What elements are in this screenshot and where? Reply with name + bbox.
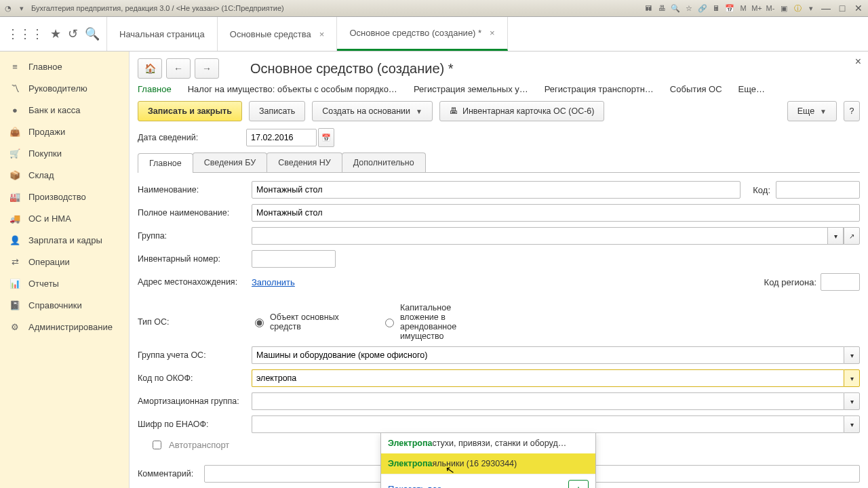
region-input[interactable]: [821, 273, 860, 291]
cart-icon: 🛒: [9, 148, 20, 159]
favorite-icon[interactable]: ★: [50, 26, 61, 41]
history-icon[interactable]: ↺: [68, 26, 78, 41]
group-input[interactable]: [252, 227, 827, 245]
calendar-icon[interactable]: 📅: [724, 3, 735, 14]
inner-tab-main[interactable]: Главное: [138, 153, 193, 173]
create-basis-button[interactable]: Создать на основании▼: [312, 101, 433, 121]
show-all-link[interactable]: Показать все: [388, 484, 441, 489]
section-tab-tax[interactable]: Налог на имущество: объекты с особым пор…: [188, 84, 397, 94]
sidebar-item-hr[interactable]: 👤Зарплата и кадры: [0, 229, 129, 251]
enaof-input[interactable]: [252, 415, 844, 433]
type-radio-object[interactable]: Объект основных средств: [252, 312, 360, 331]
apps-icon[interactable]: ⋮⋮⋮: [7, 26, 43, 41]
home-button[interactable]: 🏠: [138, 58, 162, 79]
search-icon[interactable]: 🔍: [85, 26, 100, 41]
search-icon[interactable]: 🔍: [670, 3, 681, 14]
name-input[interactable]: [252, 181, 741, 199]
sidebar-item-sales[interactable]: 👜Продажи: [0, 121, 129, 142]
sidebar-item-ops[interactable]: ⇄Операции: [0, 251, 129, 272]
section-tab-events[interactable]: События ОС: [670, 84, 722, 94]
app-icon: ◔: [3, 3, 14, 14]
sidebar-item-admin[interactable]: ⚙Администрирование: [0, 316, 129, 338]
open-icon[interactable]: ↗: [844, 227, 860, 245]
info-icon[interactable]: ⓘ: [792, 3, 803, 14]
okof-input[interactable]: [252, 369, 844, 387]
date-input[interactable]: [246, 129, 317, 146]
content: × 🏠 ← → Основное средство (создание) * Г…: [130, 52, 868, 488]
close-icon[interactable]: ×: [319, 29, 325, 39]
info-caret-icon[interactable]: ▾: [806, 3, 816, 14]
chevron-down-icon[interactable]: ▾: [844, 415, 860, 433]
forward-button[interactable]: →: [195, 58, 219, 79]
save-icon[interactable]: 🖬: [643, 3, 654, 14]
sidebar-item-manager[interactable]: 〽Руководителю: [0, 77, 129, 99]
coin-icon: ●: [9, 104, 20, 115]
okof-label: Код по ОКОФ:: [138, 373, 246, 383]
tab-asset-create[interactable]: Основное средство (создание) *×: [337, 17, 507, 51]
chevron-down-icon[interactable]: ▾: [844, 369, 860, 387]
star-icon[interactable]: ☆: [684, 3, 694, 14]
addr-label: Адрес местонахождения:: [138, 277, 246, 287]
code-label: Код:: [746, 185, 770, 195]
amort-input[interactable]: [252, 392, 844, 410]
save-button[interactable]: Записать: [249, 101, 305, 121]
back-button[interactable]: ←: [166, 58, 191, 79]
inv-input[interactable]: [252, 250, 336, 268]
sidebar-item-bank[interactable]: ●Банк и касса: [0, 99, 129, 121]
actions: Записать и закрыть Записать Создать на о…: [138, 101, 860, 121]
link-icon[interactable]: 🔗: [697, 3, 708, 14]
type-radio-capital[interactable]: Капитальное вложение в арендованное имущ…: [382, 303, 490, 341]
chevron-down-icon[interactable]: ▾: [844, 346, 860, 364]
panels-icon[interactable]: ▣: [778, 3, 789, 14]
sidebar-item-reports[interactable]: 📊Отчеты: [0, 272, 129, 294]
mplus-icon[interactable]: M+: [751, 3, 762, 14]
dropdown-item[interactable]: Электропастухи, привязи, станки и оборуд…: [381, 433, 595, 453]
date-label: Дата сведений:: [138, 133, 246, 142]
more-button[interactable]: Еще▼: [787, 101, 837, 121]
mminus-icon[interactable]: M-: [765, 3, 776, 14]
section-tab-more[interactable]: Еще…: [738, 84, 765, 94]
section-tab-transport[interactable]: Регистрация транспортн…: [545, 84, 654, 94]
inventory-card-button[interactable]: 🖶Инвентарная карточка ОС (ОС-6): [439, 101, 605, 121]
acct-group-input[interactable]: [252, 346, 844, 364]
code-input[interactable]: [776, 181, 860, 199]
top-toolbar: ⋮⋮⋮ ★ ↺ 🔍 Начальная страница Основные ср…: [0, 17, 868, 52]
dropdown-icon[interactable]: ▾: [16, 3, 27, 14]
fill-link[interactable]: Заполнить: [252, 277, 295, 287]
auto-checkbox[interactable]: Автотранспорт: [150, 439, 229, 451]
book-icon: 📓: [9, 300, 20, 310]
close-button[interactable]: ✕: [852, 3, 865, 14]
dropdown-item[interactable]: Электропаяльники (16 2930344): [381, 453, 595, 474]
sidebar-item-os[interactable]: 🚚ОС и НМА: [0, 207, 129, 229]
inner-tab-extra[interactable]: Дополнительно: [342, 152, 426, 172]
tab-home[interactable]: Начальная страница: [107, 17, 218, 51]
section-tab-land[interactable]: Регистрация земельных у…: [414, 84, 528, 94]
section-tab-main[interactable]: Главное: [138, 84, 172, 94]
inner-tab-nu[interactable]: Сведения НУ: [267, 152, 342, 172]
print-icon[interactable]: 🖶: [656, 3, 667, 14]
inner-tab-bu[interactable]: Сведения БУ: [193, 152, 267, 172]
sidebar-item-ref[interactable]: 📓Справочники: [0, 294, 129, 316]
sidebar-item-stock[interactable]: 📦Склад: [0, 164, 129, 186]
datepicker-button[interactable]: 📅: [318, 128, 334, 147]
add-button[interactable]: +: [568, 480, 589, 488]
amort-label: Амортизационная группа:: [138, 396, 246, 406]
help-button[interactable]: ?: [844, 101, 860, 121]
gear-icon: ⚙: [9, 321, 20, 332]
chevron-down-icon[interactable]: ▾: [827, 227, 844, 245]
m-icon[interactable]: M: [738, 3, 749, 14]
chevron-down-icon[interactable]: ▾: [844, 392, 860, 410]
max-button[interactable]: □: [835, 3, 849, 14]
fullname-input[interactable]: [252, 204, 860, 222]
save-close-button[interactable]: Записать и закрыть: [138, 101, 242, 121]
page-close-button[interactable]: ×: [855, 56, 861, 68]
inner-tabs: Главное Сведения БУ Сведения НУ Дополнит…: [138, 152, 860, 173]
report-icon: 📊: [9, 278, 20, 289]
calc-icon[interactable]: 🖩: [711, 3, 722, 14]
close-icon[interactable]: ×: [490, 28, 495, 38]
sidebar-item-main[interactable]: ≡Главное: [0, 56, 129, 77]
sidebar-item-purchases[interactable]: 🛒Покупки: [0, 142, 129, 164]
tab-assets[interactable]: Основные средства×: [218, 17, 338, 51]
min-button[interactable]: —: [819, 3, 833, 14]
sidebar-item-prod[interactable]: 🏭Производство: [0, 186, 129, 207]
